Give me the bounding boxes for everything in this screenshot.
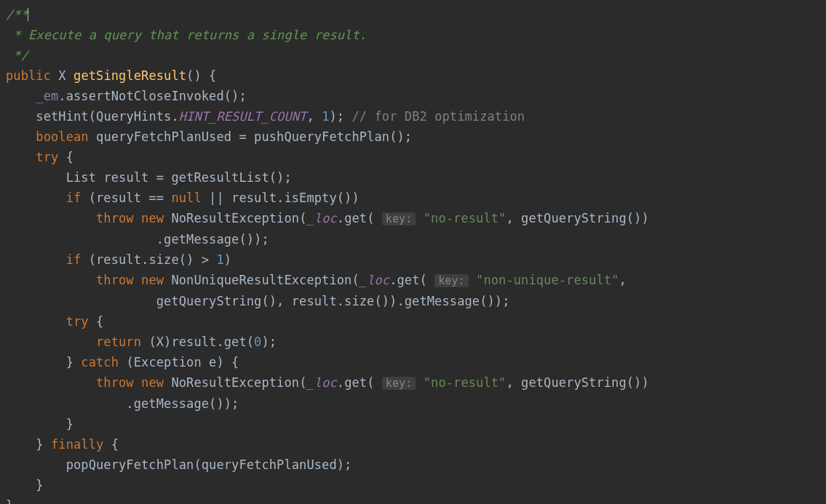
kw-try: try [36, 150, 58, 164]
field-em: _em [36, 89, 58, 103]
text-cursor [28, 8, 28, 21]
code-editor[interactable]: /** * Execute a query that returns a sin… [0, 0, 826, 504]
javadoc-close: */ [6, 48, 28, 63]
call-getMessage-2: getMessage [405, 294, 480, 308]
call-pushQueryFetchPlan: pushQueryFetchPlan [254, 129, 389, 144]
kw-null: null [171, 191, 201, 205]
kw-throw-2: throw [96, 273, 134, 287]
field-loc-3: _loc [306, 375, 336, 390]
literal-1b: 1 [216, 252, 223, 267]
field-loc: _loc [306, 211, 336, 225]
kw-new: new [141, 211, 164, 225]
kw-new-3: new [141, 375, 164, 390]
call-getMessage-3: getMessage [134, 396, 209, 411]
call-setHint: setHint [36, 109, 88, 124]
class-List: List [66, 170, 96, 185]
class-Exception: Exception [134, 355, 202, 369]
literal-1: 1 [322, 109, 329, 124]
field-loc-2: _loc [360, 273, 389, 287]
kw-throw-3: throw [96, 375, 134, 390]
kw-finally: finally [51, 437, 103, 452]
call-getResultList: getResultList [171, 170, 269, 185]
line-comment-db2: // for DB2 optimization [352, 109, 525, 124]
str-no-result: "no-result" [424, 211, 507, 225]
kw-throw: throw [96, 211, 134, 225]
literal-0: 0 [254, 335, 261, 349]
var-e: e [209, 355, 216, 369]
call-size: size [148, 252, 178, 267]
kw-return: return [96, 335, 141, 349]
method-decl: getSingleResult [74, 68, 186, 83]
kw-new-2: new [141, 273, 164, 287]
var-queryFetchPlanUsed: queryFetchPlanUsed [96, 129, 231, 144]
kw-try-2: try [66, 314, 89, 329]
class-NoResultException-2: NoResultException [171, 375, 299, 390]
param-hint-key-2: key: [434, 274, 469, 287]
str-non-unique: "non-unique-result" [476, 273, 619, 287]
kw-boolean: boolean [36, 129, 88, 144]
kw-public: public [6, 68, 51, 83]
kw-catch: catch [81, 355, 119, 369]
type-generic: X [58, 68, 65, 83]
call-getQueryString-3: getQueryString [521, 375, 627, 390]
javadoc-open: /** [6, 7, 28, 22]
call-size-2: size [344, 294, 374, 308]
param-hint-key: key: [382, 212, 416, 225]
call-getMessage: getMessage [164, 232, 239, 247]
call-getQueryString: getQueryString [521, 211, 627, 225]
call-assertNotCloseInvoked: assertNotCloseInvoked [66, 89, 224, 103]
var-result: result [103, 170, 148, 185]
kw-if-2: if [66, 252, 82, 267]
call-getQueryString-2: getQueryString [156, 294, 262, 308]
call-get-2: get [397, 273, 420, 287]
class-NonUniqueResultException: NonUniqueResultException [171, 273, 352, 287]
class-NoResultException: NoResultException [171, 211, 299, 225]
call-popQueryFetchPlan: popQueryFetchPlan [66, 457, 194, 472]
class-QueryHints: QueryHints [96, 109, 171, 124]
call-get-3: get [344, 375, 367, 390]
param-hint-key-3: key: [382, 377, 416, 390]
call-isEmpty: isEmpty [284, 191, 336, 205]
call-get-idx: get [224, 335, 247, 349]
str-no-result-2: "no-result" [424, 375, 507, 390]
kw-if: if [66, 191, 82, 205]
call-get: get [344, 211, 367, 225]
javadoc-line: * Execute a query that returns a single … [6, 28, 367, 42]
const-HINT_RESULT_COUNT: HINT_RESULT_COUNT [179, 109, 307, 124]
